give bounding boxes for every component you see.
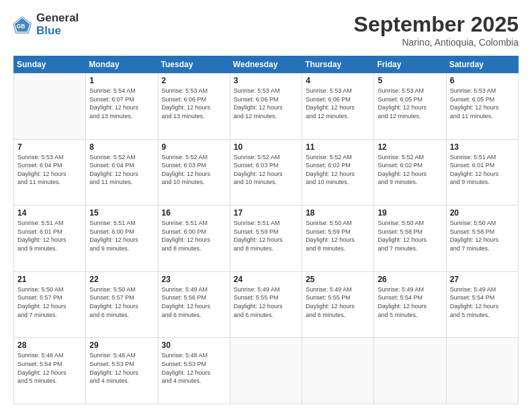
table-row: 14Sunrise: 5:51 AMSunset: 6:01 PMDayligh… (14, 205, 86, 272)
table-row: 19Sunrise: 5:50 AMSunset: 5:58 PMDayligh… (374, 205, 446, 272)
day-info: Sunrise: 5:52 AMSunset: 6:03 PMDaylight:… (234, 153, 298, 187)
day-number: 28 (17, 340, 82, 350)
table-row: 9Sunrise: 5:52 AMSunset: 6:03 PMDaylight… (158, 139, 230, 205)
day-number: 15 (89, 208, 154, 218)
day-info: Sunrise: 5:52 AMSunset: 6:03 PMDaylight:… (162, 153, 226, 187)
month-title: September 2025 (354, 12, 519, 37)
day-number: 8 (89, 142, 154, 152)
table-row: 3Sunrise: 5:53 AMSunset: 6:06 PMDaylight… (230, 73, 302, 140)
table-row: 25Sunrise: 5:49 AMSunset: 5:55 PMDayligh… (302, 271, 374, 338)
day-info: Sunrise: 5:54 AMSunset: 6:07 PMDaylight:… (89, 87, 154, 120)
table-row: 8Sunrise: 5:52 AMSunset: 6:04 PMDaylight… (86, 139, 158, 205)
table-row: 26Sunrise: 5:49 AMSunset: 5:54 PMDayligh… (374, 271, 446, 338)
day-number: 3 (234, 76, 298, 85)
day-number: 22 (89, 275, 154, 284)
day-info: Sunrise: 5:51 AMSunset: 6:01 PMDaylight:… (450, 153, 515, 187)
day-info: Sunrise: 5:49 AMSunset: 5:55 PMDaylight:… (234, 285, 298, 319)
table-row (374, 338, 446, 404)
table-row (446, 338, 518, 404)
table-row: 18Sunrise: 5:50 AMSunset: 5:59 PMDayligh… (302, 205, 374, 272)
day-number: 29 (89, 340, 154, 350)
day-number: 2 (162, 76, 226, 85)
table-row: 20Sunrise: 5:50 AMSunset: 5:58 PMDayligh… (446, 205, 518, 272)
day-info: Sunrise: 5:48 AMSunset: 5:53 PMDaylight:… (162, 351, 226, 385)
day-number: 18 (306, 208, 370, 218)
table-row: 12Sunrise: 5:52 AMSunset: 6:02 PMDayligh… (374, 139, 446, 205)
logo-general-text: General (36, 12, 79, 25)
table-row: 5Sunrise: 5:53 AMSunset: 6:05 PMDaylight… (374, 73, 446, 140)
day-number: 14 (17, 208, 82, 218)
calendar-week-row: 14Sunrise: 5:51 AMSunset: 6:01 PMDayligh… (14, 205, 519, 272)
table-row: 13Sunrise: 5:51 AMSunset: 6:01 PMDayligh… (446, 139, 518, 205)
day-info: Sunrise: 5:52 AMSunset: 6:04 PMDaylight:… (89, 153, 154, 187)
table-row: 16Sunrise: 5:51 AMSunset: 6:00 PMDayligh… (158, 205, 230, 272)
day-number: 23 (162, 275, 226, 284)
logo-icon: GB (13, 15, 32, 34)
day-number: 11 (306, 142, 370, 152)
day-info: Sunrise: 5:50 AMSunset: 5:59 PMDaylight:… (306, 219, 370, 253)
table-row: 29Sunrise: 5:48 AMSunset: 5:53 PMDayligh… (86, 338, 158, 404)
table-row: 4Sunrise: 5:53 AMSunset: 6:06 PMDaylight… (302, 73, 374, 140)
day-info: Sunrise: 5:53 AMSunset: 6:05 PMDaylight:… (378, 87, 442, 120)
day-number: 7 (17, 142, 82, 152)
day-info: Sunrise: 5:49 AMSunset: 5:56 PMDaylight:… (162, 285, 226, 319)
day-number: 9 (162, 142, 226, 152)
calendar-week-row: 1Sunrise: 5:54 AMSunset: 6:07 PMDaylight… (14, 73, 519, 140)
calendar-week-row: 28Sunrise: 5:48 AMSunset: 5:54 PMDayligh… (14, 338, 519, 404)
title-block: September 2025 Narino, Antioquia, Colomb… (354, 12, 519, 48)
day-info: Sunrise: 5:49 AMSunset: 5:54 PMDaylight:… (450, 285, 515, 319)
day-info: Sunrise: 5:48 AMSunset: 5:53 PMDaylight:… (89, 351, 154, 385)
table-row: 1Sunrise: 5:54 AMSunset: 6:07 PMDaylight… (86, 73, 158, 140)
table-row (14, 73, 86, 140)
table-row: 10Sunrise: 5:52 AMSunset: 6:03 PMDayligh… (230, 139, 302, 205)
day-number: 5 (378, 76, 442, 85)
day-info: Sunrise: 5:53 AMSunset: 6:04 PMDaylight:… (17, 153, 82, 187)
th-thursday: Thursday (302, 56, 374, 73)
header: GB General Blue September 2025 Narino, A… (13, 12, 519, 48)
day-number: 12 (378, 142, 442, 152)
day-info: Sunrise: 5:51 AMSunset: 5:59 PMDaylight:… (234, 219, 298, 253)
day-info: Sunrise: 5:48 AMSunset: 5:54 PMDaylight:… (17, 351, 82, 385)
day-number: 10 (234, 142, 298, 152)
logo-blue-text: Blue (36, 25, 79, 38)
day-number: 25 (306, 275, 370, 284)
day-info: Sunrise: 5:49 AMSunset: 5:55 PMDaylight:… (306, 285, 370, 319)
calendar-week-row: 7Sunrise: 5:53 AMSunset: 6:04 PMDaylight… (14, 139, 519, 205)
table-row (302, 338, 374, 404)
location-subtitle: Narino, Antioquia, Colombia (354, 37, 519, 48)
table-row: 24Sunrise: 5:49 AMSunset: 5:55 PMDayligh… (230, 271, 302, 338)
page: GB General Blue September 2025 Narino, A… (0, 0, 532, 411)
table-row: 7Sunrise: 5:53 AMSunset: 6:04 PMDaylight… (14, 139, 86, 205)
day-info: Sunrise: 5:52 AMSunset: 6:02 PMDaylight:… (378, 153, 442, 187)
calendar-table: Sunday Monday Tuesday Wednesday Thursday… (13, 56, 519, 404)
day-info: Sunrise: 5:50 AMSunset: 5:57 PMDaylight:… (17, 285, 82, 319)
header-row: Sunday Monday Tuesday Wednesday Thursday… (14, 56, 519, 73)
logo-text: General Blue (36, 12, 79, 37)
table-row (230, 338, 302, 404)
day-info: Sunrise: 5:51 AMSunset: 6:00 PMDaylight:… (162, 219, 226, 253)
calendar-week-row: 21Sunrise: 5:50 AMSunset: 5:57 PMDayligh… (14, 271, 519, 338)
th-friday: Friday (374, 56, 446, 73)
day-info: Sunrise: 5:53 AMSunset: 6:05 PMDaylight:… (450, 87, 515, 120)
th-monday: Monday (86, 56, 158, 73)
day-info: Sunrise: 5:53 AMSunset: 6:06 PMDaylight:… (234, 87, 298, 120)
table-row: 15Sunrise: 5:51 AMSunset: 6:00 PMDayligh… (86, 205, 158, 272)
day-number: 27 (450, 275, 515, 284)
table-row: 30Sunrise: 5:48 AMSunset: 5:53 PMDayligh… (158, 338, 230, 404)
day-number: 6 (450, 76, 515, 85)
day-number: 21 (17, 275, 82, 284)
day-number: 17 (234, 208, 298, 218)
th-sunday: Sunday (14, 56, 86, 73)
day-number: 16 (162, 208, 226, 218)
logo: GB General Blue (13, 12, 79, 37)
table-row: 11Sunrise: 5:52 AMSunset: 6:02 PMDayligh… (302, 139, 374, 205)
day-number: 20 (450, 208, 515, 218)
table-row: 27Sunrise: 5:49 AMSunset: 5:54 PMDayligh… (446, 271, 518, 338)
day-info: Sunrise: 5:50 AMSunset: 5:58 PMDaylight:… (450, 219, 515, 253)
svg-text:GB: GB (17, 22, 26, 29)
table-row: 21Sunrise: 5:50 AMSunset: 5:57 PMDayligh… (14, 271, 86, 338)
day-info: Sunrise: 5:51 AMSunset: 6:00 PMDaylight:… (89, 219, 154, 253)
table-row: 17Sunrise: 5:51 AMSunset: 5:59 PMDayligh… (230, 205, 302, 272)
th-saturday: Saturday (446, 56, 518, 73)
day-info: Sunrise: 5:50 AMSunset: 5:57 PMDaylight:… (89, 285, 154, 319)
